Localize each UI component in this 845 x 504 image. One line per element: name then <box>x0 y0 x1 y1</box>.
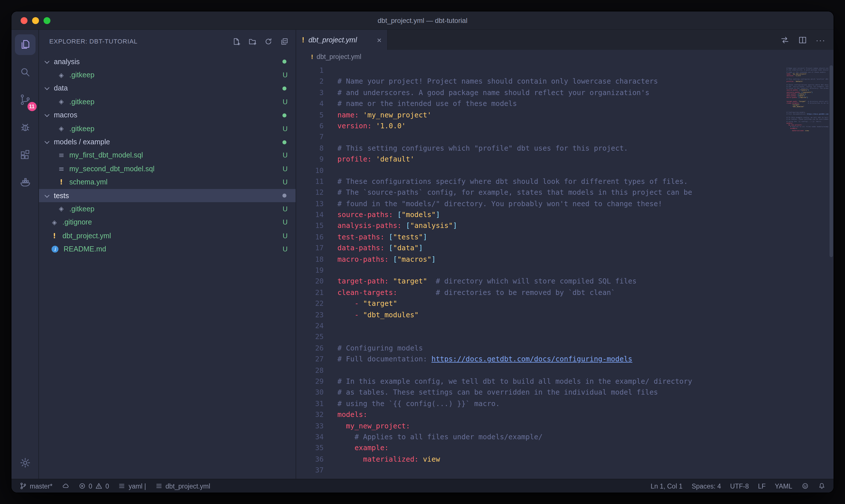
eol-item[interactable]: LF <box>758 483 766 489</box>
tree-folder-models-example[interactable]: models / example <box>39 136 295 149</box>
code-line-28[interactable]: 28 <box>296 364 784 376</box>
explorer-icon[interactable] <box>15 34 35 55</box>
code-line-27[interactable]: 27# Full documentation: https://docs.get… <box>296 353 784 364</box>
tree-file-my-first-dbt-model.sql[interactable]: ≡my_first_dbt_model.sqlU <box>39 149 295 162</box>
tree-file-.gitkeep[interactable]: ◈.gitkeepU <box>39 95 295 109</box>
tree-file-my-second-dbt-model.sql[interactable]: ≡my_second_dbt_model.sqlU <box>39 162 295 176</box>
tree-folder-analysis[interactable]: analysis <box>39 55 295 69</box>
settings-gear-icon[interactable] <box>15 452 35 473</box>
docker-icon[interactable] <box>15 172 35 193</box>
code-line-18[interactable]: 18macro-paths: ["macros"] <box>296 253 784 265</box>
tab-close-icon[interactable]: × <box>377 36 381 44</box>
search-icon[interactable] <box>15 62 35 83</box>
code-line-5[interactable]: 5name: 'my_new_project' <box>296 109 784 120</box>
code-line-32[interactable]: 32models: <box>296 409 784 420</box>
breadcrumb[interactable]: ! dbt_project.yml <box>296 50 833 64</box>
feedback-smiley-icon[interactable] <box>802 482 809 490</box>
close-window-button[interactable] <box>21 17 28 24</box>
new-folder-icon[interactable] <box>248 37 257 46</box>
code-line-13[interactable]: 13# found in the "models/" directory. Yo… <box>296 198 784 209</box>
code-editor[interactable]: 12# Name your project! Project names sho… <box>296 64 833 479</box>
code-line-25[interactable]: 25 <box>296 331 784 342</box>
tree-file-.gitkeep[interactable]: ◈.gitkeepU <box>39 202 295 216</box>
code-line-24[interactable]: 24 <box>296 320 784 331</box>
split-editor-icon[interactable] <box>798 35 807 44</box>
new-file-icon[interactable] <box>232 37 240 46</box>
extensions-icon[interactable] <box>15 144 35 165</box>
code-line-37[interactable]: 37 <box>296 465 784 476</box>
tree-file-schema.yml[interactable]: !schema.ymlU <box>39 176 295 189</box>
code-line-23[interactable]: 23 - "dbt_modules" <box>296 309 784 320</box>
open-changes-icon[interactable] <box>780 35 789 44</box>
code-line-7[interactable]: 7 <box>296 131 784 143</box>
notifications-bell-icon[interactable] <box>818 482 826 490</box>
code-line-31[interactable]: 31# using the `{{ config(...) }}` macro. <box>296 398 784 409</box>
code-line-6[interactable]: 6version: '1.0.0' <box>296 120 784 131</box>
git-untracked-badge: U <box>283 205 288 213</box>
dbt-project-status-item[interactable]: dbt_project.yml <box>155 482 210 490</box>
code-line-30[interactable]: 30# as tables. These settings can be ove… <box>296 387 784 398</box>
tree-file-.gitkeep[interactable]: ◈.gitkeepU <box>39 69 295 82</box>
tree-folder-tests[interactable]: tests <box>39 189 295 202</box>
tree-folder-macros[interactable]: macros <box>39 109 295 122</box>
code-text: target-path: "target" # directory which … <box>338 276 636 287</box>
code-line-15[interactable]: 15analysis-paths: ["analysis"] <box>296 220 784 231</box>
tree-file-readme.md[interactable]: iREADME.mdU <box>39 242 295 256</box>
code-line-8[interactable]: 8# This setting configures which "profil… <box>296 142 784 154</box>
code-line-33[interactable]: 33 my_new_project: <box>296 420 784 431</box>
code-line-20[interactable]: 20target-path: "target" # directory whic… <box>296 276 784 287</box>
code-text: # Full documentation: https://docs.getdb… <box>338 353 632 364</box>
git-changes-dot <box>283 113 286 118</box>
code-line-16[interactable]: 16test-paths: ["tests"] <box>296 231 784 242</box>
code-line-17[interactable]: 17data-paths: ["data"] <box>296 242 784 254</box>
code-line-22[interactable]: 22 - "target" <box>296 298 784 309</box>
zoom-window-button[interactable] <box>43 17 50 24</box>
code-line-12[interactable]: 12# The `source-paths` config, for examp… <box>296 187 784 198</box>
breadcrumb-file[interactable]: dbt_project.yml <box>317 53 361 60</box>
source-control-icon[interactable]: 11 <box>15 89 35 110</box>
yaml-status-item[interactable]: yaml | <box>118 482 146 490</box>
code-line-14[interactable]: 14source-paths: ["models"] <box>296 209 784 220</box>
publish-item[interactable] <box>61 482 69 490</box>
error-count: 0 <box>89 483 92 489</box>
tree-file-.gitignore[interactable]: ◈.gitignoreU <box>39 216 295 229</box>
code-line-35[interactable]: 35 example: <box>296 443 784 454</box>
tree-file-dbt-project.yml[interactable]: !dbt_project.ymlU <box>39 229 295 242</box>
cursor-position-item[interactable]: Ln 1, Col 1 <box>650 483 682 489</box>
code-line-36[interactable]: 36 materialized: view <box>296 453 784 465</box>
tree-folder-data[interactable]: data <box>39 82 295 95</box>
code-line-3[interactable]: 3# and underscores. A good package name … <box>296 87 784 98</box>
code-line-19[interactable]: 19 <box>296 265 784 276</box>
title-bar[interactable]: dbt_project.yml — dbt-tutorial <box>12 12 833 30</box>
indentation-item[interactable]: Spaces: 4 <box>692 483 721 489</box>
code-line-10[interactable]: 10 <box>296 165 784 176</box>
run-debug-icon[interactable] <box>15 117 35 138</box>
code-line-34[interactable]: 34 # Applies to all files under models/e… <box>296 431 784 443</box>
code-line-9[interactable]: 9profile: 'default' <box>296 154 784 165</box>
minimize-window-button[interactable] <box>32 17 39 24</box>
line-number: 30 <box>296 387 324 398</box>
sql-file-icon: ≡ <box>57 151 65 160</box>
code-text: models: <box>338 409 367 420</box>
minimap[interactable]: # Name your project! Project names shoul… <box>784 64 828 479</box>
code-line-1[interactable]: 1 <box>296 65 784 76</box>
problems-item[interactable]: 0 0 <box>78 482 109 490</box>
tree-file-.gitkeep[interactable]: ◈.gitkeepU <box>39 122 295 136</box>
language-mode-item[interactable]: YAML <box>775 483 792 489</box>
code-lines[interactable]: 12# Name your project! Project names sho… <box>296 64 784 479</box>
code-line-2[interactable]: 2# Name your project! Project names shou… <box>296 76 784 87</box>
code-line-29[interactable]: 29# In this example config, we tell dbt … <box>296 376 784 387</box>
refresh-icon[interactable] <box>264 37 273 46</box>
line-number: 4 <box>296 98 324 109</box>
code-line-21[interactable]: 21clean-targets: # directories to be rem… <box>296 287 784 298</box>
more-actions-icon[interactable]: ··· <box>816 35 826 44</box>
collapse-all-icon[interactable] <box>280 37 289 46</box>
code-line-11[interactable]: 11# These configurations specify where d… <box>296 176 784 187</box>
editor-scrollbar[interactable] <box>828 64 833 479</box>
code-line-4[interactable]: 4# name or the intended use of these mod… <box>296 98 784 109</box>
code-line-26[interactable]: 26# Configuring models <box>296 342 784 354</box>
tab-dbt-project-yml[interactable]: ! dbt_project.yml × <box>296 30 388 50</box>
git-branch-item[interactable]: master* <box>19 482 52 490</box>
encoding-item[interactable]: UTF-8 <box>730 483 749 489</box>
scrollbar-thumb[interactable] <box>829 65 833 257</box>
